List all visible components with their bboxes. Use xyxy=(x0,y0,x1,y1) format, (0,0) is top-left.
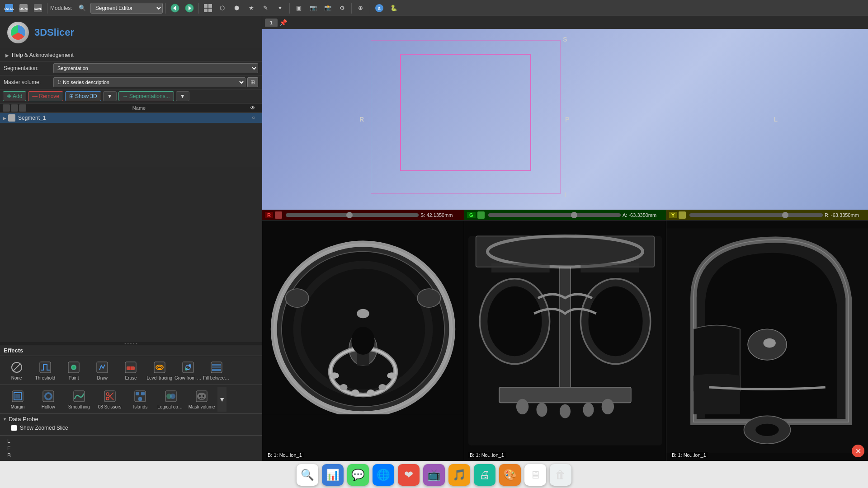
cross-icon[interactable]: ✦ xyxy=(274,2,287,14)
eye-col: 👁 xyxy=(250,105,259,111)
dock-screen[interactable]: 🖥 xyxy=(524,464,546,486)
coord-r-thumb xyxy=(346,212,353,218)
none-label: None xyxy=(11,375,22,380)
effect-logical-btn[interactable]: Logical operators xyxy=(156,387,186,412)
logical-icon xyxy=(164,389,178,404)
islands-label: Islands xyxy=(133,404,148,409)
effect-draw-btn[interactable]: Draw xyxy=(89,358,116,383)
effect-paint-btn[interactable]: Paint xyxy=(60,358,87,383)
effect-scissors-btn[interactable]: 08 Scissors xyxy=(95,387,125,412)
dock-print[interactable]: 🖨 xyxy=(474,464,495,486)
show3d-arrow-btn[interactable]: ▼ xyxy=(103,91,117,101)
scissors-icon xyxy=(103,389,117,404)
dock-red[interactable]: ❤ xyxy=(398,464,420,486)
rect-icon[interactable]: ▣ xyxy=(292,2,305,14)
effect-threshold-btn[interactable]: Threshold xyxy=(31,358,59,383)
coord-g-thumb xyxy=(571,212,577,218)
svg-point-80 xyxy=(417,289,440,307)
dock-tv[interactable]: 📺 xyxy=(423,464,445,486)
col-icon-3[interactable] xyxy=(19,104,26,112)
coord-r-slider[interactable] xyxy=(286,213,419,217)
coord-y-thumb xyxy=(782,212,788,218)
coord-bar-r: R S: 42.1350mm xyxy=(262,210,464,220)
expand-arrow-seg: ▶ xyxy=(3,116,6,121)
data-icon[interactable]: DATA xyxy=(3,2,15,14)
svg-text:SAVE: SAVE xyxy=(34,7,42,10)
pencil-icon[interactable]: ✎ xyxy=(259,2,272,14)
crosshair-icon[interactable]: ⊕ xyxy=(354,2,367,14)
effect-level-btn[interactable]: Level tracing xyxy=(146,358,173,383)
dock-music[interactable]: 🎵 xyxy=(448,464,470,486)
forward-icon[interactable] xyxy=(183,2,196,14)
back-icon[interactable] xyxy=(169,2,181,14)
effect-grow-btn[interactable]: Grow from seeds xyxy=(174,358,202,383)
python-icon[interactable]: 🐍 xyxy=(387,2,400,14)
hex-icon[interactable]: ⬡ xyxy=(216,2,229,14)
master-volume-select[interactable]: 1: No series description xyxy=(53,77,245,87)
star-icon[interactable]: ★ xyxy=(245,2,258,14)
cam2-icon[interactable]: 📸 xyxy=(321,2,334,14)
cube-icon[interactable]: ⬢ xyxy=(231,2,243,14)
pin-icon[interactable]: 📌 xyxy=(279,19,287,26)
segmentations-arrow-btn[interactable]: ▼ xyxy=(176,91,189,101)
close-button[interactable]: ✕ xyxy=(852,445,864,457)
master-volume-btn[interactable]: ⊞ xyxy=(247,77,258,87)
remove-segment-btn[interactable]: — Remove xyxy=(28,91,63,101)
effect-islands-btn[interactable]: Islands xyxy=(126,387,156,412)
effect-fill-btn[interactable]: Fill between slices xyxy=(203,358,231,383)
effect-none-btn[interactable]: None xyxy=(3,358,30,383)
dcm-icon[interactable]: DCM xyxy=(17,2,30,14)
help-section[interactable]: ▶ Help & Acknowledgement xyxy=(0,49,262,61)
segments-list-header: Name 👁 xyxy=(0,103,262,113)
data-probe-header[interactable]: ▾ Data Probe xyxy=(4,416,258,422)
col-icon-1[interactable] xyxy=(3,104,10,112)
module-selector[interactable]: Segment Editor xyxy=(90,3,163,14)
segment-eye-icon[interactable]: ○ xyxy=(252,114,259,122)
dock-finder[interactable]: 🔍 xyxy=(297,464,318,486)
svg-rect-11 xyxy=(208,4,212,8)
effect-hollow-btn[interactable]: Hollow xyxy=(33,387,63,412)
effect-mask-btn[interactable]: Mask volume xyxy=(187,387,217,412)
svg-point-71 xyxy=(351,327,374,355)
threshold-icon xyxy=(38,360,52,375)
show-zoomed-row: Show Zoomed Slice xyxy=(11,424,251,432)
roi-inner-box xyxy=(400,54,531,171)
cam-icon[interactable]: 📷 xyxy=(307,2,320,14)
settings-icon[interactable]: ⚙ xyxy=(336,2,349,14)
view-tab-1[interactable]: 1 xyxy=(265,19,278,27)
view-tabs: 1 📌 xyxy=(262,16,868,29)
add-icon: ✚ xyxy=(7,93,11,99)
lbf-l: L xyxy=(7,437,255,445)
effect-smoothing-btn[interactable]: Smoothing xyxy=(64,387,94,412)
effect-margin-btn[interactable]: Margin xyxy=(3,387,33,412)
save-icon[interactable]: SAVE xyxy=(32,2,44,14)
coord-y-slider[interactable] xyxy=(689,213,823,217)
col-icon-2[interactable] xyxy=(11,104,18,112)
modules-label: Modules: xyxy=(50,5,72,11)
coronal-view[interactable]: B: 1: No...ion_1 xyxy=(464,221,666,461)
effect-erase-btn[interactable]: Erase xyxy=(117,358,145,383)
dock-chat[interactable]: 💬 xyxy=(347,464,369,486)
mask-icon xyxy=(194,389,209,404)
add-segment-btn[interactable]: ✚ Add xyxy=(3,91,26,101)
dock-trash[interactable]: 🗑 xyxy=(550,464,571,486)
segmentation-select[interactable]: Segmentation xyxy=(53,63,258,73)
dock-art[interactable]: 🎨 xyxy=(499,464,521,486)
grid-icon[interactable] xyxy=(202,2,214,14)
sagittal-view[interactable]: B: 1: No...ion_1 xyxy=(666,221,868,461)
view-3d[interactable]: S I R P L xyxy=(262,29,868,210)
segment-row[interactable]: ▶ Segment_1 ○ xyxy=(0,113,262,123)
show3d-btn[interactable]: ⊞ Show 3D xyxy=(65,91,101,101)
effects-scroll-btn[interactable]: ▼ xyxy=(217,387,226,412)
dock-browser[interactable]: 🌐 xyxy=(373,464,394,486)
search-icon[interactable]: 🔍 xyxy=(76,2,89,14)
ext1-icon[interactable]: S xyxy=(373,2,386,14)
svg-point-74 xyxy=(340,384,348,390)
dock-dashboard[interactable]: 📊 xyxy=(322,464,344,486)
axial-view[interactable]: B: 1: No...ion_1 xyxy=(262,221,464,461)
show-zoomed-checkbox[interactable] xyxy=(11,425,17,431)
coord-g-slider[interactable] xyxy=(488,213,621,217)
segment-color xyxy=(8,114,15,122)
segmentations-btn[interactable]: → Segmentations... xyxy=(118,91,174,101)
coord-y-value: R: -63.3350mm xyxy=(825,212,865,218)
